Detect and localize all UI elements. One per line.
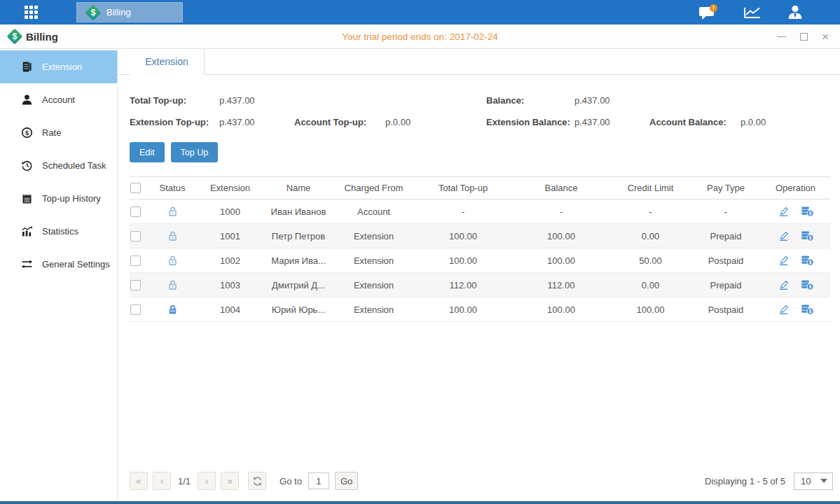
svg-text:$: $ [25, 130, 29, 136]
sidebar-item-label: Statistics [42, 226, 78, 237]
go-button[interactable]: Go [335, 472, 358, 490]
extension-balance-label: Extension Balance: [486, 117, 574, 127]
topup-icon[interactable]: $ [801, 255, 814, 266]
app-tab-label: Billing [106, 7, 131, 18]
extension-topup-value: p.437.00 [219, 117, 294, 127]
total-topup-value: p.437.00 [219, 95, 255, 106]
credit-limit-cell: 0.00 [610, 280, 691, 290]
svg-text:$: $ [808, 235, 811, 241]
balance-cell: 100.00 [512, 304, 610, 315]
sidebar-item-scheduled-task[interactable]: Scheduled Task [0, 149, 117, 182]
next-page-button[interactable]: › [198, 472, 216, 490]
last-page-button[interactable]: » [221, 472, 239, 490]
content-area: Extension Total Top-up: p.437.00 Extensi… [118, 49, 840, 501]
table-row: 1001Петр ПетровExtension100.00100.000.00… [130, 224, 830, 248]
titlebar: $ Billing Your trial period ends on: 201… [0, 24, 840, 49]
topup-icon[interactable]: $ [801, 279, 814, 290]
refresh-icon[interactable] [248, 472, 266, 490]
edit-icon[interactable] [778, 206, 790, 217]
history-clock-icon [21, 160, 33, 172]
table-body: 1000Иван ИвановAccount----$1001Петр Петр… [130, 200, 830, 322]
total-topup-cell: 100.00 [414, 304, 512, 315]
balance-value: p.437.00 [574, 95, 610, 106]
row-checkbox[interactable] [130, 206, 141, 217]
maximize-icon[interactable] [800, 33, 808, 41]
minimize-icon[interactable] [777, 36, 786, 37]
topbar: $ Billing ! [0, 0, 840, 24]
first-page-button[interactable]: « [130, 472, 148, 490]
svg-text:$: $ [808, 309, 811, 314]
billing-diamond-icon: $ [85, 5, 101, 20]
sidebar-item-rate[interactable]: $ Rate [0, 116, 117, 149]
credit-limit-cell: - [610, 206, 691, 217]
charged-from-cell: Extension [333, 304, 414, 315]
notepad-icon [21, 192, 33, 204]
row-checkbox[interactable] [130, 231, 141, 241]
extension-table: Status Extension Name Charged From Total… [130, 176, 830, 322]
page-size-select[interactable]: 10 [794, 472, 833, 490]
charged-from-cell: Account [333, 206, 414, 217]
goto-label: Go to [280, 476, 302, 486]
row-checkbox[interactable] [130, 255, 141, 266]
billing-diamond-icon: $ [8, 29, 22, 43]
edit-icon[interactable] [778, 279, 790, 290]
edit-icon[interactable] [778, 304, 790, 315]
ledger-icon [21, 61, 33, 73]
col-pay-type: Pay Type [691, 183, 761, 193]
svg-text:$: $ [808, 260, 811, 265]
account-balance-value: p.0.00 [741, 117, 766, 127]
row-checkbox[interactable] [130, 304, 141, 315]
swap-arrows-icon [21, 258, 33, 270]
sidebar-item-label: Account [42, 94, 75, 105]
extension-topup-label: Extension Top-up: [130, 117, 219, 127]
table-row: 1003Дмитрий Д...Extension112.00112.000.0… [130, 273, 830, 298]
table-row: 1004Юрий Юрь...Extension100.00100.00100.… [130, 298, 830, 322]
summary: Total Top-up: p.437.00 Extension Top-up:… [130, 90, 840, 133]
edit-icon[interactable] [778, 255, 790, 266]
goto-page-input[interactable] [308, 472, 329, 489]
sidebar-item-statistics[interactable]: Statistics [0, 215, 117, 248]
svg-text:$: $ [808, 284, 811, 290]
extension-cell: 1003 [197, 280, 263, 290]
apps-grid-icon[interactable] [25, 6, 38, 19]
lock-open-icon [148, 206, 197, 217]
extension-balance-value: p.437.00 [574, 117, 649, 127]
charged-from-cell: Extension [333, 280, 414, 290]
app-tab-billing[interactable]: $ Billing [76, 2, 183, 22]
topup-icon[interactable]: $ [801, 230, 814, 241]
sidebar-item-topup-history[interactable]: Top-up History [0, 182, 117, 215]
page-indicator: 1/1 [178, 476, 191, 486]
reports-icon[interactable] [743, 6, 762, 20]
lock-open-icon [148, 279, 197, 290]
sidebar-item-label: Top-up History [42, 193, 101, 204]
sidebar-item-extension[interactable]: Extension [0, 50, 117, 83]
sidebar-item-account[interactable]: Account [0, 83, 117, 116]
row-checkbox[interactable] [130, 280, 141, 290]
displaying-text: Displaying 1 - 5 of 5 [705, 476, 785, 486]
tab-extension[interactable]: Extension [130, 49, 205, 75]
table-row: 1000Иван ИвановAccount----$ [130, 200, 830, 224]
prev-page-button[interactable]: ‹ [153, 472, 171, 490]
name-cell: Дмитрий Д... [263, 280, 333, 290]
person-icon [21, 94, 33, 106]
close-icon[interactable]: × [822, 33, 829, 41]
col-operation: Operation [761, 183, 830, 193]
select-all-checkbox[interactable] [130, 183, 141, 193]
name-cell: Петр Петров [263, 231, 333, 241]
table-row: 1002Мария Ива...Extension100.00100.0050.… [130, 248, 830, 273]
credit-limit-cell: 50.00 [610, 255, 691, 266]
messages-icon[interactable]: ! [698, 4, 718, 20]
user-icon[interactable] [787, 5, 804, 20]
edit-button[interactable]: Edit [130, 142, 165, 162]
edit-icon[interactable] [778, 230, 790, 241]
lock-closed-icon [148, 304, 197, 315]
window-bottom-edge [0, 501, 840, 504]
col-charged-from: Charged From [333, 183, 414, 193]
topup-icon[interactable]: $ [801, 206, 814, 217]
sidebar-item-label: General Settings [42, 259, 110, 270]
top-up-button[interactable]: Top Up [171, 142, 219, 162]
topup-icon[interactable]: $ [801, 304, 814, 315]
sidebar-item-general-settings[interactable]: General Settings [0, 248, 117, 281]
total-topup-label: Total Top-up: [130, 95, 219, 106]
tab-strip: Extension [118, 49, 840, 75]
